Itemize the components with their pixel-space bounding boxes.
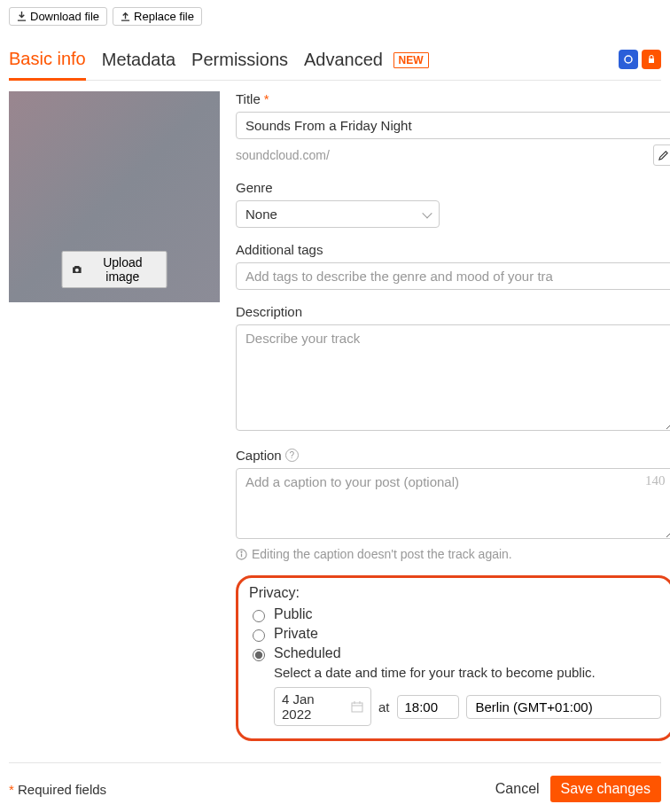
cancel-button[interactable]: Cancel <box>495 781 540 797</box>
privacy-scheduled-radio[interactable] <box>253 649 265 661</box>
schedule-date-input[interactable]: 4 Jan 2022 <box>274 687 371 726</box>
privacy-public-option[interactable]: Public <box>253 606 661 622</box>
tab-metadata[interactable]: Metadata <box>102 43 175 80</box>
quality-icon[interactable] <box>619 50 638 69</box>
privacy-private-option[interactable]: Private <box>253 626 661 642</box>
upload-icon <box>121 12 130 21</box>
tags-input[interactable] <box>236 262 670 290</box>
required-fields-note: * Required fields <box>9 782 106 797</box>
info-icon <box>236 549 247 560</box>
schedule-at-label: at <box>378 699 390 714</box>
pencil-icon <box>658 150 669 161</box>
download-file-label: Download file <box>30 10 99 23</box>
description-textarea[interactable] <box>236 324 670 431</box>
schedule-time-input[interactable] <box>397 695 459 719</box>
permalink-prefix: soundcloud.com/ <box>236 148 330 162</box>
scheduled-description: Select a date and time for your track to… <box>274 665 661 680</box>
privacy-public-radio[interactable] <box>253 610 265 622</box>
camera-icon <box>72 264 83 275</box>
genre-select[interactable]: None <box>236 200 440 228</box>
download-icon <box>17 12 27 21</box>
lock-icon[interactable] <box>642 50 661 69</box>
caption-textarea[interactable] <box>236 468 670 539</box>
description-label: Description <box>236 304 670 319</box>
download-file-button[interactable]: Download file <box>9 7 107 26</box>
genre-label: Genre <box>236 180 670 195</box>
tab-permissions[interactable]: Permissions <box>191 43 288 80</box>
privacy-scheduled-option[interactable]: Scheduled <box>253 645 661 661</box>
title-input[interactable] <box>236 112 670 139</box>
help-icon[interactable]: ? <box>285 449 299 462</box>
title-label: Title* <box>236 91 670 106</box>
svg-rect-1 <box>649 59 654 63</box>
calendar-icon <box>351 701 363 713</box>
caption-hint: Editing the caption doesn't post the tra… <box>236 547 670 561</box>
tab-advanced[interactable]: Advanced NEW <box>304 43 429 80</box>
new-badge: NEW <box>393 52 429 68</box>
privacy-label: Privacy: <box>249 585 661 601</box>
replace-file-label: Replace file <box>134 10 194 23</box>
privacy-section: Privacy: Public Private Scheduled Select… <box>236 575 670 741</box>
caption-label: Caption ? <box>236 448 670 463</box>
upload-image-button[interactable]: Upload image <box>62 251 168 288</box>
svg-point-2 <box>75 269 79 272</box>
svg-point-0 <box>625 56 632 63</box>
privacy-private-radio[interactable] <box>253 629 265 642</box>
svg-point-5 <box>241 550 242 551</box>
tags-label: Additional tags <box>236 242 670 257</box>
svg-rect-6 <box>352 703 362 712</box>
tab-basic-info[interactable]: Basic info <box>9 43 86 81</box>
track-artwork: Upload image <box>9 91 220 302</box>
replace-file-button[interactable]: Replace file <box>113 7 202 26</box>
save-changes-button[interactable]: Save changes <box>550 776 661 802</box>
schedule-timezone-select[interactable]: Berlin (GMT+01:00) <box>466 695 661 719</box>
edit-permalink-button[interactable] <box>653 144 670 166</box>
